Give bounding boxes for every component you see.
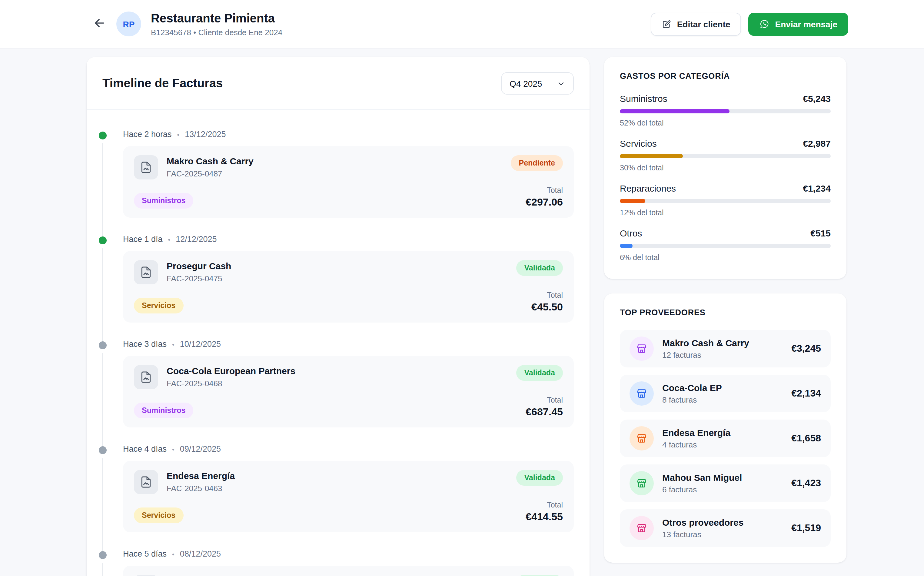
entry-meta: Hace 3 días • 10/12/2025 bbox=[123, 339, 574, 349]
total-amount: €414.55 bbox=[526, 511, 563, 523]
provider-row[interactable]: Makro Cash & Carry 12 facturas €3,245 bbox=[620, 330, 831, 367]
provider-row[interactable]: Endesa Energía 4 facturas €1,658 bbox=[620, 419, 831, 457]
edit-client-label: Editar cliente bbox=[677, 19, 731, 29]
timeline-dot bbox=[99, 237, 107, 244]
expense-percent-label: 12% del total bbox=[620, 209, 831, 217]
expense-category: Suministros €5,243 52% del total bbox=[620, 93, 831, 127]
provider-row[interactable]: Coca-Cola EP 8 facturas €2,134 bbox=[620, 375, 831, 412]
storefront-icon bbox=[630, 426, 654, 451]
invoice-vendor: Coca-Cola European Partners bbox=[167, 366, 508, 376]
total-label: Total bbox=[531, 291, 563, 299]
entry-date: 12/12/2025 bbox=[176, 235, 217, 244]
provider-info: Otros proveedores 13 facturas bbox=[662, 517, 744, 539]
invoice-card[interactable]: Prosegur Cash FAC-2025-0475 Validada Ser… bbox=[123, 251, 574, 323]
back-button[interactable] bbox=[91, 16, 108, 32]
expense-category-amount: €2,987 bbox=[803, 138, 831, 149]
header-actions: Editar cliente Enviar mensaje bbox=[651, 13, 848, 35]
expense-progress-fill bbox=[620, 154, 683, 158]
total-amount: €297.06 bbox=[526, 197, 563, 209]
total-label: Total bbox=[526, 501, 563, 509]
client-heading: Restaurante Pimienta B12345678 • Cliente… bbox=[151, 11, 282, 37]
provider-invoice-count: 6 facturas bbox=[662, 485, 742, 494]
invoice-card-bottom: Suministros Total €297.06 bbox=[134, 186, 563, 209]
provider-amount: €1,658 bbox=[791, 433, 821, 444]
file-image-icon bbox=[139, 475, 153, 489]
timeline-entry: Hace 5 días • 08/12/2025 PDF bbox=[102, 549, 574, 576]
timeline-header: Timeline de Facturas Q4 2025 bbox=[87, 57, 590, 109]
whatsapp-icon bbox=[760, 19, 770, 29]
providers-list: Makro Cash & Carry 12 facturas €3,245 Co… bbox=[620, 330, 831, 547]
provider-amount: €3,245 bbox=[791, 343, 821, 354]
expense-progress-track bbox=[620, 244, 831, 248]
expense-category-name: Otros bbox=[620, 228, 642, 238]
client-avatar: RP bbox=[116, 11, 141, 36]
invoice-file-thumb bbox=[134, 155, 158, 179]
timeline-entry: Hace 4 días • 09/12/2025 bbox=[102, 445, 574, 532]
invoice-vendor: Makro Cash & Carry bbox=[167, 156, 503, 166]
expense-progress-fill bbox=[620, 199, 645, 203]
invoice-names: Makro Cash & Carry bbox=[167, 575, 508, 576]
expense-progress-fill bbox=[620, 109, 729, 114]
main-content: Timeline de Facturas Q4 2025 Hace 2 hora… bbox=[0, 48, 924, 576]
timeline-connector bbox=[102, 353, 103, 447]
invoice-card[interactable]: Makro Cash & Carry FAC-2025-0487 Pendien… bbox=[123, 146, 574, 218]
invoice-card-top: Makro Cash & Carry FAC-2025-0487 Pendien… bbox=[134, 155, 563, 179]
provider-amount: €2,134 bbox=[791, 388, 821, 399]
provider-invoice-count: 13 facturas bbox=[662, 530, 744, 539]
file-image-icon bbox=[139, 265, 153, 280]
expense-category-row: Suministros €5,243 bbox=[620, 93, 831, 104]
period-selector[interactable]: Q4 2025 bbox=[501, 72, 574, 94]
invoice-total: Total €297.06 bbox=[526, 186, 563, 209]
invoice-timeline-card: Timeline de Facturas Q4 2025 Hace 2 hora… bbox=[87, 57, 590, 576]
provider-name: Endesa Energía bbox=[662, 427, 731, 438]
expense-category-amount: €515 bbox=[811, 228, 831, 238]
expense-progress-fill bbox=[620, 244, 633, 248]
provider-name: Mahou San Miguel bbox=[662, 472, 742, 483]
edit-client-button[interactable]: Editar cliente bbox=[651, 13, 741, 35]
file-image-icon bbox=[139, 370, 153, 384]
expense-category: Reparaciones €1,234 12% del total bbox=[620, 183, 831, 217]
invoice-card[interactable]: Endesa Energía FAC-2025-0463 Validada Se… bbox=[123, 461, 574, 532]
timeline-entry: Hace 3 días • 10/12/2025 bbox=[102, 339, 574, 427]
total-label: Total bbox=[526, 186, 563, 195]
invoice-vendor: Prosegur Cash bbox=[167, 261, 508, 271]
entry-date: 10/12/2025 bbox=[180, 339, 221, 349]
provider-row[interactable]: Otros proveedores 13 facturas €1,519 bbox=[620, 509, 831, 547]
provider-amount: €1,423 bbox=[791, 478, 821, 489]
provider-info: Mahou San Miguel 6 facturas bbox=[662, 472, 742, 494]
category-tag: Suministros bbox=[134, 193, 193, 209]
expense-category-row: Reparaciones €1,234 bbox=[620, 183, 831, 194]
total-amount: €687.45 bbox=[526, 406, 563, 418]
arrow-left-icon bbox=[93, 16, 106, 32]
provider-row[interactable]: Mahou San Miguel 6 facturas €1,423 bbox=[620, 464, 831, 502]
send-message-button[interactable]: Enviar mensaje bbox=[748, 13, 848, 35]
expense-progress-track bbox=[620, 199, 831, 203]
storefront-icon bbox=[630, 516, 654, 540]
page-title: Restaurante Pimienta bbox=[151, 11, 282, 25]
invoice-card[interactable]: PDF Makro Cash & Carry Validada bbox=[123, 566, 574, 576]
meta-separator: • bbox=[172, 550, 174, 557]
expenses-title: GASTOS POR CATEGORÍA bbox=[620, 72, 831, 81]
invoice-card-top: Endesa Energía FAC-2025-0463 Validada bbox=[134, 470, 563, 494]
page: RP Restaurante Pimienta B12345678 • Clie… bbox=[0, 0, 924, 576]
expense-percent-label: 6% del total bbox=[620, 253, 831, 262]
status-badge: Pendiente bbox=[511, 155, 563, 171]
invoice-names: Endesa Energía FAC-2025-0463 bbox=[167, 470, 508, 493]
pencil-square-icon bbox=[662, 19, 672, 29]
provider-invoice-count: 4 facturas bbox=[662, 440, 731, 449]
provider-name: Makro Cash & Carry bbox=[662, 338, 749, 348]
sidebar: GASTOS POR CATEGORÍA Suministros €5,243 … bbox=[604, 57, 846, 576]
entry-meta: Hace 5 días • 08/12/2025 bbox=[123, 549, 574, 558]
expense-percent-label: 52% del total bbox=[620, 119, 831, 127]
expense-percent-label: 30% del total bbox=[620, 164, 831, 172]
timeline-title: Timeline de Facturas bbox=[102, 77, 223, 90]
provider-info: Endesa Energía 4 facturas bbox=[662, 427, 731, 449]
invoice-names: Coca-Cola European Partners FAC-2025-046… bbox=[167, 365, 508, 388]
invoice-card-bottom: Suministros Total €687.45 bbox=[134, 395, 563, 418]
category-tag: Suministros bbox=[134, 403, 193, 418]
expense-category-amount: €5,243 bbox=[803, 93, 831, 104]
expense-progress-track bbox=[620, 154, 831, 158]
invoice-card[interactable]: Coca-Cola European Partners FAC-2025-046… bbox=[123, 356, 574, 427]
storefront-icon bbox=[630, 381, 654, 406]
invoice-file-thumb: PDF bbox=[134, 575, 158, 576]
